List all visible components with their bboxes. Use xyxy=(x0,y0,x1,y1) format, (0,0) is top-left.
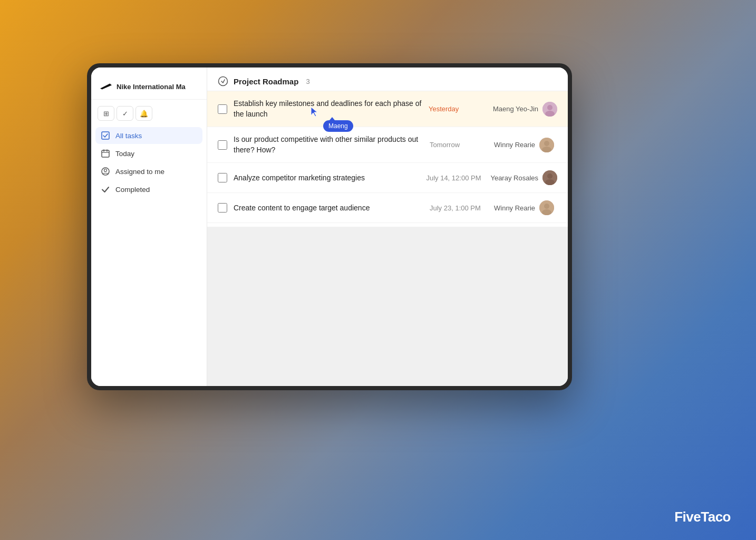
task-assignee-4: Winny Rearie xyxy=(494,200,557,215)
main-area: Project Roadmap 3 Establish key mileston… xyxy=(207,68,568,386)
calendar-icon xyxy=(101,149,110,158)
sidebar-item-completed[interactable]: Completed xyxy=(95,181,202,198)
task-checkbox-4[interactable] xyxy=(218,203,227,213)
svg-point-18 xyxy=(544,204,549,209)
avatar-2 xyxy=(539,138,554,152)
svg-rect-0 xyxy=(102,132,109,139)
task-assignee-3: Yearay Rosales xyxy=(490,170,557,185)
task-checkbox-1[interactable] xyxy=(218,104,227,114)
tooltip-bubble: Maeng xyxy=(323,120,353,132)
checkbox-icon xyxy=(101,131,110,140)
svg-point-9 xyxy=(547,105,553,110)
task-panel: Project Roadmap 3 Establish key mileston… xyxy=(207,68,568,227)
task-text-2: Is our product competitive with other si… xyxy=(234,134,423,155)
sidebar: Nike International Ma ⊞ ✓ 🔔 All t xyxy=(91,68,207,386)
task-row: Adjust marketing strategies as needed Au… xyxy=(207,223,568,227)
task-checkbox-3[interactable] xyxy=(218,173,227,182)
svg-point-6 xyxy=(104,169,107,172)
project-title: Project Roadmap xyxy=(234,77,298,86)
grid-icon-button[interactable]: ⊞ xyxy=(98,106,114,121)
task-date-3: July 14, 12:00 PM xyxy=(426,174,484,182)
cursor-icon xyxy=(310,106,319,120)
sidebar-item-completed-label: Completed xyxy=(115,186,150,194)
task-text-3: Analyze competitor marketing strategies xyxy=(234,173,420,184)
sidebar-header: Nike International Ma xyxy=(91,76,207,100)
nike-logo xyxy=(100,80,112,93)
task-assignee-name-1: Maeng Yeo-Jin xyxy=(493,105,538,113)
project-count: 3 xyxy=(306,78,309,85)
task-date-1: Yesterday xyxy=(429,105,487,113)
task-checkbox-2[interactable] xyxy=(218,140,227,150)
task-date-2: Tomorrow xyxy=(430,141,488,149)
sidebar-item-all-tasks[interactable]: All tasks xyxy=(95,127,202,144)
task-text-4: Create content to engage target audience xyxy=(234,203,423,214)
device-frame: Nike International Ma ⊞ ✓ 🔔 All t xyxy=(87,63,572,390)
task-assignee-2: Winny Rearie xyxy=(494,138,557,152)
person-circle-icon xyxy=(101,167,110,176)
sidebar-nav: All tasks Today xyxy=(91,125,207,200)
project-toggle-icon[interactable] xyxy=(218,76,228,86)
task-row: Is our product competitive with other si… xyxy=(207,127,568,163)
bottom-section xyxy=(207,227,568,386)
check-icon-button[interactable]: ✓ xyxy=(117,106,133,121)
sidebar-item-today-label: Today xyxy=(115,150,134,158)
task-assignee-name-2: Winny Rearie xyxy=(494,141,535,149)
bell-icon-button[interactable]: 🔔 xyxy=(135,106,152,121)
svg-rect-1 xyxy=(102,150,109,157)
sidebar-item-all-tasks-label: All tasks xyxy=(115,132,142,140)
avatar-1 xyxy=(542,102,557,117)
brand-watermark: FiveTaco xyxy=(674,508,731,525)
task-assignee-1: Maeng Yeo-Jin xyxy=(493,102,557,117)
device-screen: Nike International Ma ⊞ ✓ 🔔 All t xyxy=(91,68,568,386)
task-row: Establish key milestones and deadlines f… xyxy=(207,91,568,127)
checkmark-icon xyxy=(101,185,110,194)
org-name: Nike International Ma xyxy=(117,83,186,91)
task-date-4: July 23, 1:00 PM xyxy=(430,204,488,212)
task-row: Analyze competitor marketing strategies … xyxy=(207,163,568,193)
sidebar-icon-buttons: ⊞ ✓ 🔔 xyxy=(91,104,207,125)
sidebar-item-today[interactable]: Today xyxy=(95,145,202,162)
task-assignee-name-3: Yearay Rosales xyxy=(490,174,538,182)
avatar-4 xyxy=(539,200,554,215)
task-text-1: Establish key milestones and deadlines f… xyxy=(234,99,422,119)
sidebar-item-assigned-label: Assigned to me xyxy=(115,168,164,176)
svg-point-7 xyxy=(219,77,228,86)
sidebar-item-assigned-to-me[interactable]: Assigned to me xyxy=(95,163,202,180)
task-assignee-name-4: Winny Rearie xyxy=(494,204,535,212)
avatar-3 xyxy=(542,170,557,185)
svg-point-12 xyxy=(544,141,549,146)
project-header[interactable]: Project Roadmap 3 xyxy=(207,68,568,91)
svg-point-15 xyxy=(547,173,553,179)
task-row: Create content to engage target audience… xyxy=(207,193,568,223)
